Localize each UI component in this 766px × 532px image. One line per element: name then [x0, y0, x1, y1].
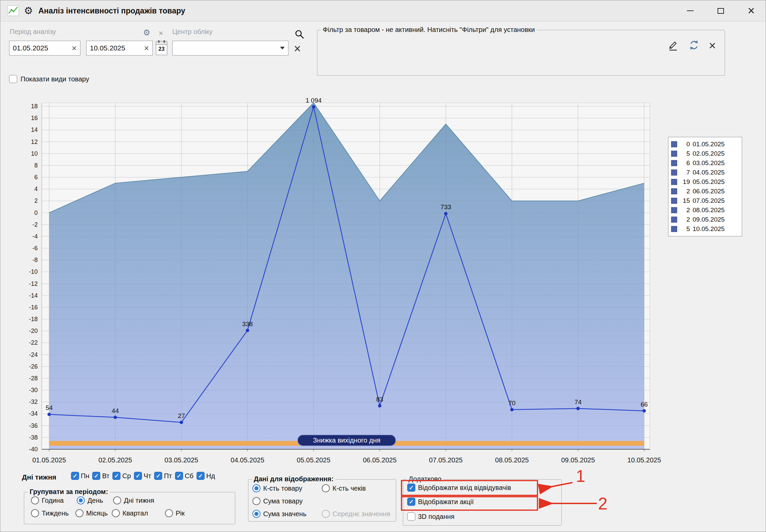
weekday-checkbox[interactable] [71, 472, 79, 480]
data-point[interactable] [246, 329, 249, 332]
weekday-checkbox[interactable] [175, 472, 183, 480]
weekday-item[interactable]: Вт [92, 472, 109, 480]
radio-unselected[interactable] [113, 496, 121, 504]
radio-selected[interactable] [77, 496, 85, 504]
date-to-input[interactable]: 10.05.2025 × [86, 41, 153, 55]
data-point[interactable] [444, 212, 448, 215]
weekday-checkbox[interactable] [154, 472, 162, 480]
radio-selected[interactable] [252, 484, 260, 492]
checkbox-unchecked[interactable] [407, 512, 415, 521]
show-types-row[interactable]: Показати види товару [9, 75, 89, 83]
radio-label: Година [42, 497, 64, 504]
data-point-label: 44 [112, 407, 119, 414]
date-from-input[interactable]: 01.05.2025 × [9, 41, 80, 55]
radio-unselected[interactable] [75, 509, 83, 517]
y-axis-label: -38 [29, 434, 38, 441]
data-point[interactable] [510, 408, 514, 411]
data-point[interactable] [113, 416, 117, 419]
x-axis-label: 05.05.2025 [297, 456, 330, 464]
checkbox-checked[interactable] [407, 498, 415, 506]
x-axis-label: 01.05.2025 [32, 456, 66, 464]
weekday-item[interactable]: Пт [154, 472, 172, 480]
refresh-icon[interactable] [688, 39, 700, 52]
weekday-item[interactable]: Чт [134, 472, 151, 480]
legend-value: 5 [680, 150, 690, 157]
y-axis-label: -16 [29, 304, 38, 311]
radio-label: Рік [176, 509, 185, 517]
radio-option[interactable]: Тиждень [31, 509, 69, 517]
data-point[interactable] [378, 404, 381, 408]
search-icon[interactable] [294, 29, 305, 40]
checkbox-option[interactable]: 3D подання [407, 512, 454, 521]
radio-option[interactable]: К-сть товару [252, 484, 302, 492]
calendar-button[interactable]: 23 [156, 41, 167, 55]
legend-item: 603.05.2025 [671, 158, 739, 168]
data-point[interactable] [577, 407, 580, 410]
radio-option[interactable]: Рік [165, 509, 185, 517]
data-point[interactable] [642, 409, 646, 413]
radio-unselected[interactable] [31, 496, 39, 504]
data-point[interactable] [180, 421, 183, 424]
chart-legend: 001.05.2025502.05.2025603.05.2025704.05.… [668, 137, 742, 236]
close-button[interactable]: × [742, 3, 760, 18]
legend-date: 07.05.2025 [693, 197, 725, 204]
y-axis-label: 12 [31, 139, 38, 145]
radio-label: Сума товару [263, 497, 303, 505]
legend-swatch-icon [671, 226, 677, 232]
radio-option[interactable]: Сума значень [252, 510, 307, 518]
period-clear-icon[interactable]: × [159, 29, 163, 37]
center-combobox[interactable] [172, 41, 288, 55]
radio-unselected[interactable] [165, 509, 173, 517]
checkbox-checked[interactable] [407, 484, 415, 492]
show-types-label: Показати види товару [21, 75, 89, 83]
y-axis-label: -12 [29, 280, 38, 287]
y-axis-label: -8 [32, 257, 38, 263]
radio-option[interactable]: К-сть чеків [322, 484, 366, 492]
radio-unselected[interactable] [31, 509, 39, 517]
weekday-item[interactable]: Пн [71, 472, 89, 480]
minimize-button[interactable] [682, 3, 699, 18]
y-axis-label: 8 [34, 162, 38, 169]
weekday-item[interactable]: Сб [175, 472, 194, 480]
show-types-checkbox[interactable] [9, 75, 17, 83]
weekday-checkbox[interactable] [134, 472, 142, 480]
y-axis-label: -30 [29, 387, 38, 393]
chevron-down-icon[interactable] [280, 47, 285, 49]
radio-unselected[interactable] [112, 509, 120, 517]
legend-date: 05.05.2025 [693, 178, 725, 186]
checkbox-option[interactable]: Відображати акції [407, 498, 474, 506]
center-clear-icon[interactable]: × [294, 43, 301, 55]
weekday-checkbox[interactable] [112, 472, 120, 480]
weekday-checkbox[interactable] [197, 472, 205, 480]
radio-unselected[interactable] [252, 497, 260, 505]
filter-close-icon[interactable]: × [709, 40, 716, 52]
period-settings-gear-icon[interactable]: ⚙ [143, 29, 150, 37]
radio-option[interactable]: Квартал [112, 509, 148, 517]
weekday-item[interactable]: Ср [112, 472, 131, 480]
data-point[interactable] [312, 105, 315, 109]
date-to-clear-icon[interactable]: × [144, 44, 149, 52]
checkbox-option[interactable]: Відображати вхід відвідувачів [407, 484, 511, 492]
edit-icon[interactable] [667, 39, 679, 52]
weekday-item[interactable]: Нд [197, 472, 215, 480]
radio-option[interactable]: Середнє значення [322, 510, 390, 518]
weekday-label: Сб [185, 472, 194, 480]
radio-option[interactable]: Місяць [75, 509, 108, 517]
radio-unselected[interactable] [322, 484, 330, 492]
maximize-button[interactable] [712, 3, 729, 18]
radio-option[interactable]: Година [31, 496, 64, 504]
radio-option[interactable]: Сума товару [252, 497, 303, 505]
legend-date: 04.05.2025 [693, 169, 725, 176]
radio-selected[interactable] [252, 510, 260, 518]
y-axis-label: -40 [29, 446, 38, 453]
legend-swatch-icon [671, 141, 677, 147]
y-axis-label: 14 [31, 126, 38, 133]
radio-option[interactable]: Дні тижня [113, 496, 154, 504]
weekday-label: Пт [164, 472, 172, 480]
weekdays-label: Дні тижня [22, 473, 56, 481]
data-point[interactable] [47, 413, 51, 416]
weekday-checkbox[interactable] [92, 472, 100, 480]
radio-option[interactable]: День [77, 496, 103, 504]
date-from-clear-icon[interactable]: × [72, 44, 77, 52]
y-axis-label: -32 [29, 398, 38, 405]
